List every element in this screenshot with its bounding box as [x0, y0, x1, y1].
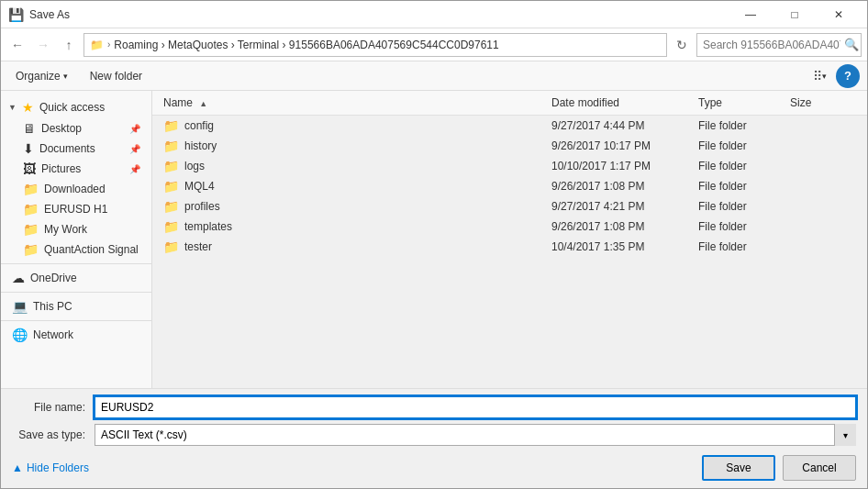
sidebar: ▼ ★ Quick access 🖥 Desktop 📌 ⬇ Documents…	[1, 91, 152, 388]
toolbar: Organize ▾ New folder ⠿ ▾ ?	[1, 61, 867, 91]
back-button[interactable]: ←	[6, 34, 28, 56]
sidebar-item-mywork[interactable]: 📁 My Work	[1, 219, 151, 239]
file-name-cell: 📁tester	[160, 237, 548, 257]
search-input[interactable]	[703, 39, 840, 51]
sidebar-item-eurusd[interactable]: 📁 EURUSD H1	[1, 199, 151, 219]
file-type-cell: File folder	[695, 156, 786, 176]
file-type-cell: File folder	[695, 196, 786, 217]
sidebar-item-network-label: Network	[33, 328, 73, 341]
file-name-input[interactable]	[95, 396, 856, 418]
bottom-area: File name: Save as type: ASCII Text (*.c…	[1, 388, 867, 488]
view-button[interactable]: ⠿ ▾	[809, 64, 830, 88]
mywork-folder-icon: 📁	[23, 222, 39, 237]
pin-icon-docs: 📌	[129, 144, 140, 154]
file-size-cell	[786, 217, 860, 237]
sidebar-item-onedrive-label: OneDrive	[30, 272, 77, 284]
file-date-cell: 10/10/2017 1:17 PM	[548, 156, 695, 176]
quick-access-header[interactable]: ▼ ★ Quick access	[1, 96, 151, 118]
file-type-cell: File folder	[695, 116, 786, 136]
table-row[interactable]: 📁tester 10/4/2017 1:35 PM File folder	[152, 237, 867, 257]
sidebar-item-documents[interactable]: ⬇ Documents 📌	[1, 139, 151, 159]
table-row[interactable]: 📁history 9/26/2017 10:17 PM File folder	[152, 136, 867, 156]
file-name-cell: 📁profiles	[160, 196, 548, 217]
hide-folders-button[interactable]: ▲ Hide Folders	[12, 455, 89, 481]
minimize-button[interactable]: —	[729, 1, 772, 28]
address-bar: ← → ↑ 📁 › Name Roaming › MetaQuotes › Te…	[1, 28, 867, 61]
new-folder-button[interactable]: New folder	[83, 64, 150, 88]
file-size-cell	[786, 156, 860, 176]
table-row[interactable]: 📁MQL4 9/26/2017 1:08 PM File folder	[152, 176, 867, 196]
sidebar-item-quantaction[interactable]: 📁 QuantAction Signal	[1, 239, 151, 260]
header-type[interactable]: Type	[695, 93, 786, 113]
folder-icon: 📁	[163, 239, 179, 254]
table-row[interactable]: 📁profiles 9/27/2017 4:21 PM File folder	[152, 196, 867, 217]
address-path[interactable]: 📁 › Name Roaming › MetaQuotes › Terminal…	[83, 33, 667, 57]
quantaction-folder-icon: 📁	[23, 242, 39, 257]
header-size[interactable]: Size	[786, 93, 860, 113]
file-date-cell: 9/26/2017 10:17 PM	[548, 136, 695, 156]
sidebar-divider-1	[1, 263, 151, 264]
sidebar-item-downloaded[interactable]: 📁 Downloaded	[1, 179, 151, 199]
forward-button[interactable]: →	[32, 34, 54, 56]
file-type-cell: File folder	[695, 136, 786, 156]
file-date-cell: 9/27/2017 4:21 PM	[548, 196, 695, 217]
sidebar-item-quantaction-label: QuantAction Signal	[44, 243, 139, 256]
file-name-cell: 📁logs	[160, 156, 548, 176]
cancel-button[interactable]: Cancel	[783, 455, 856, 481]
table-row[interactable]: 📁config 9/27/2017 4:44 PM File folder	[152, 116, 867, 136]
organize-button[interactable]: Organize ▾	[8, 64, 75, 88]
sidebar-item-eurusd-label: EURUSD H1	[44, 203, 107, 216]
search-box[interactable]: 🔍	[696, 33, 862, 57]
title-bar: 💾 Save As — □ ✕	[1, 1, 867, 28]
table-row[interactable]: 📁logs 10/10/2017 1:17 PM File folder	[152, 156, 867, 176]
file-name-cell: 📁config	[160, 116, 548, 136]
maximize-button[interactable]: □	[773, 1, 816, 28]
quick-access-label: Quick access	[39, 101, 105, 114]
main-content: ▼ ★ Quick access 🖥 Desktop 📌 ⬇ Documents…	[1, 91, 867, 388]
sidebar-item-network[interactable]: 🌐 Network	[1, 325, 151, 345]
network-icon: 🌐	[12, 328, 28, 342]
folder-icon: 📁	[163, 179, 179, 194]
path-folder-icon: 📁	[90, 39, 104, 51]
file-name-row: File name:	[12, 396, 856, 418]
sidebar-item-pictures[interactable]: 🖼 Pictures 📌	[1, 159, 151, 179]
sidebar-item-thispc[interactable]: 💻 This PC	[1, 296, 151, 317]
organize-dropdown-icon: ▾	[63, 72, 68, 81]
sidebar-item-pictures-label: Pictures	[41, 162, 81, 175]
folder-icon: 📁	[163, 139, 179, 153]
file-date-cell: 9/27/2017 4:44 PM	[548, 116, 695, 136]
file-type-cell: File folder	[695, 176, 786, 196]
file-size-cell	[786, 116, 860, 136]
close-button[interactable]: ✕	[818, 1, 860, 28]
file-size-cell	[786, 136, 860, 156]
window-title: Save As	[29, 8, 70, 21]
save-as-type-label: Save as type:	[12, 428, 95, 441]
sidebar-divider-2	[1, 292, 151, 293]
file-date-cell: 10/4/2017 1:35 PM	[548, 237, 695, 257]
sidebar-item-onedrive[interactable]: ☁ OneDrive	[1, 268, 151, 288]
eurusd-folder-icon: 📁	[23, 202, 39, 217]
help-button[interactable]: ?	[836, 64, 860, 88]
header-name[interactable]: Name ▲	[160, 93, 548, 113]
quick-access-star-icon: ★	[22, 100, 34, 115]
refresh-button[interactable]: ↻	[671, 34, 693, 56]
sidebar-item-mywork-label: My Work	[44, 223, 87, 236]
up-button[interactable]: ↑	[58, 34, 80, 56]
view-icon: ⠿	[813, 69, 822, 83]
save-button[interactable]: Save	[702, 455, 775, 481]
file-date-cell: 9/26/2017 1:08 PM	[548, 217, 695, 237]
search-icon: 🔍	[844, 38, 859, 51]
sidebar-item-desktop-label: Desktop	[41, 122, 82, 135]
chevron-down-icon: ▼	[8, 103, 17, 112]
onedrive-icon: ☁	[12, 271, 25, 285]
sort-indicator: ▲	[199, 99, 207, 108]
sidebar-item-desktop[interactable]: 🖥 Desktop 📌	[1, 118, 151, 139]
save-as-type-select[interactable]: ASCII Text (*.csv) CSV (Comma delimited)…	[95, 424, 856, 446]
table-row[interactable]: 📁templates 9/26/2017 1:08 PM File folder	[152, 217, 867, 237]
file-type-cell: File folder	[695, 217, 786, 237]
save-as-type-wrapper[interactable]: ASCII Text (*.csv) CSV (Comma delimited)…	[95, 424, 856, 446]
thispc-icon: 💻	[12, 299, 28, 314]
header-date-modified[interactable]: Date modified	[548, 93, 695, 113]
file-name-cell: 📁history	[160, 136, 548, 156]
chevron-up-icon: ▲	[12, 461, 23, 474]
